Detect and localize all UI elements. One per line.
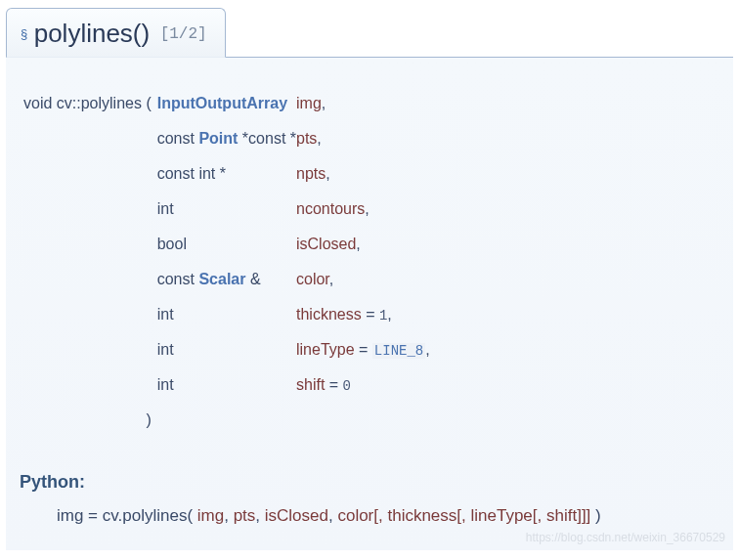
python-call-prefix: img = cv.polylines(: [57, 506, 197, 525]
signature-prefix-cell: void cv::polylines (: [23, 95, 157, 112]
signature-close-row: ): [23, 411, 430, 429]
python-param: pts: [234, 506, 256, 525]
signature-row: intshift = 0: [23, 376, 430, 394]
param-name-cell: color,: [296, 271, 430, 288]
section-mark-icon: §: [21, 26, 27, 41]
python-param: thickness[,: [387, 506, 470, 525]
cpp-signature-table: void cv::polylines ( InputOutputArrayimg…: [23, 77, 430, 447]
param-type: int: [157, 376, 296, 394]
default-value[interactable]: LINE_8: [372, 343, 425, 359]
param-type: int: [157, 200, 296, 218]
param-type: InputOutputArray: [157, 95, 296, 112]
signature-prefix-cell: [23, 165, 157, 183]
param-name-cell: thickness = 1,: [296, 306, 430, 323]
signature-prefix-cell: [23, 341, 157, 359]
signature-row: intlineType = LINE_8,: [23, 341, 430, 359]
signature-prefix-cell: [23, 130, 157, 148]
python-call-suffix: ): [590, 506, 600, 525]
signature-row: intthickness = 1,: [23, 306, 430, 323]
function-title: polylines(): [34, 19, 151, 48]
param-name-cell: lineType = LINE_8,: [296, 341, 430, 359]
param-name-cell: ncontours,: [296, 200, 430, 218]
python-param: ,: [255, 506, 264, 525]
python-param: isClosed: [265, 506, 328, 525]
param-type: const int *: [157, 165, 296, 183]
python-param: ,: [224, 506, 233, 525]
param-name-cell: img,: [296, 95, 430, 112]
param-type: const Point *const *: [157, 130, 296, 148]
python-heading: Python:: [20, 472, 721, 493]
signature-panel: void cv::polylines ( InputOutputArrayimg…: [6, 57, 733, 550]
param-name-cell: isClosed,: [296, 236, 430, 253]
param-type: int: [157, 341, 296, 359]
signature-prefix-cell: [23, 306, 157, 323]
signature-row: boolisClosed,: [23, 236, 430, 253]
signature-row: const Scalar &color,: [23, 271, 430, 288]
python-param: img: [197, 506, 224, 525]
signature-prefix-cell: [23, 271, 157, 288]
signature-prefix-cell: [23, 200, 157, 218]
signature-row: const Point *const *pts,: [23, 130, 430, 148]
python-param: color[,: [337, 506, 387, 525]
signature-row: void cv::polylines ( InputOutputArrayimg…: [23, 95, 430, 112]
param-name-cell: shift = 0: [296, 376, 430, 394]
signature-prefix-cell: [23, 376, 157, 394]
type-link[interactable]: Scalar: [198, 271, 245, 287]
doc-container: § polylines() [1/2] void cv::polylines (…: [0, 0, 739, 558]
watermark-text: https://blog.csdn.net/weixin_36670529: [526, 531, 725, 544]
param-type: int: [157, 306, 296, 323]
type-link[interactable]: Point: [198, 130, 238, 147]
param-name-cell: pts,: [296, 130, 430, 148]
python-signature: img = cv.polylines( img, pts, isClosed, …: [57, 506, 721, 526]
param-name-cell: npts,: [296, 165, 430, 183]
signature-row: const int *npts,: [23, 165, 430, 183]
python-param: ,: [328, 506, 337, 525]
type-link[interactable]: InputOutputArray: [157, 95, 287, 111]
function-tab[interactable]: § polylines() [1/2]: [6, 8, 226, 58]
param-type: bool: [157, 236, 296, 253]
signature-row: intncontours,: [23, 200, 430, 218]
overload-counter: [1/2]: [160, 25, 207, 43]
param-type: const Scalar &: [157, 271, 296, 288]
python-param: shift]]]: [546, 506, 590, 525]
signature-prefix-cell: [23, 236, 157, 253]
python-param: lineType[,: [471, 506, 547, 525]
default-value: 0: [343, 378, 351, 394]
